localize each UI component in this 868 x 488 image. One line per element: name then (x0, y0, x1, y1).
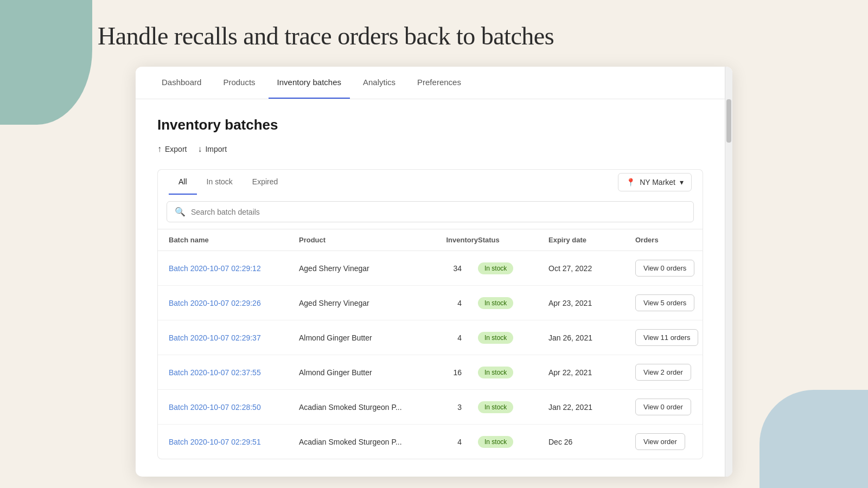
inventory-count: 4 (418, 438, 478, 446)
table-header-expiry-date: Expiry date (548, 236, 635, 244)
nav-tab-inventory-batches[interactable]: Inventory batches (269, 67, 350, 99)
nav-tabs: DashboardProductsInventory batchesAnalyt… (136, 67, 732, 99)
status-badge-cell: In stock (478, 262, 548, 274)
orders-cell: View order (635, 433, 692, 450)
orders-cell: View 11 orders (635, 329, 698, 346)
table-row: Batch 2020-10-07 02:29:37 Almond Ginger … (158, 320, 703, 355)
import-button[interactable]: ↓ Import (197, 142, 227, 156)
search-input[interactable] (191, 208, 686, 216)
batch-name-link[interactable]: Batch 2020-10-07 02:29:51 (169, 437, 299, 447)
product-name: Almond Ginger Butter (299, 368, 418, 377)
filter-bar: AllIn stockExpired 📍 NY Market ▾ (157, 169, 703, 195)
batch-name-link[interactable]: Batch 2020-10-07 02:29:37 (169, 333, 299, 343)
market-dropdown[interactable]: 📍 NY Market ▾ (618, 173, 692, 191)
expiry-date: Jan 26, 2021 (548, 333, 635, 342)
status-badge: In stock (478, 367, 513, 378)
orders-cell: View 0 order (635, 399, 692, 415)
filter-tab-in-stock[interactable]: In stock (197, 170, 242, 195)
status-badge-cell: In stock (478, 401, 548, 413)
batch-name-link[interactable]: Batch 2020-10-07 02:28:50 (169, 402, 299, 412)
product-name: Aged Sherry Vinegar (299, 264, 418, 273)
status-badge: In stock (478, 436, 513, 448)
batch-name-link[interactable]: Batch 2020-10-07 02:29:26 (169, 298, 299, 308)
app-window: DashboardProductsInventory batchesAnalyt… (136, 67, 732, 477)
inventory-count: 3 (418, 403, 478, 412)
table-header: Batch nameProductInventoryStatusExpiry d… (158, 229, 703, 251)
chevron-down-icon: ▾ (680, 178, 684, 187)
table-row: Batch 2020-10-07 02:29:26 Aged Sherry Vi… (158, 286, 703, 320)
product-name: Acadian Smoked Sturgeon P... (299, 438, 418, 446)
status-badge-cell: In stock (478, 332, 548, 344)
table-row: Batch 2020-10-07 02:29:12 Aged Sherry Vi… (158, 251, 703, 286)
expiry-date: Apr 23, 2021 (548, 299, 635, 307)
page-title: Inventory batches (157, 117, 703, 133)
expiry-date: Oct 27, 2022 (548, 264, 635, 273)
main-content: Inventory batches ↑ Export ↓ Import AllI… (136, 99, 732, 477)
status-badge-cell: In stock (478, 436, 548, 448)
view-orders-button[interactable]: View 0 order (635, 399, 691, 415)
view-orders-button[interactable]: View 5 orders (635, 294, 694, 311)
nav-tab-products[interactable]: Products (214, 67, 264, 99)
inventory-count: 4 (418, 299, 478, 307)
status-badge-cell: In stock (478, 367, 548, 378)
status-badge: In stock (478, 297, 513, 309)
status-badge: In stock (478, 401, 513, 413)
nav-tab-preferences[interactable]: Preferences (409, 67, 470, 99)
batch-name-link[interactable]: Batch 2020-10-07 02:37:55 (169, 368, 299, 377)
orders-cell: View 2 order (635, 364, 692, 381)
table-row: Batch 2020-10-07 02:29:51 Acadian Smoked… (158, 425, 703, 459)
table-row: Batch 2020-10-07 02:28:50 Acadian Smoked… (158, 390, 703, 425)
view-orders-button[interactable]: View 11 orders (635, 329, 698, 346)
expiry-date: Apr 22, 2021 (548, 368, 635, 377)
status-badge: In stock (478, 262, 513, 274)
filter-tab-all[interactable]: All (169, 170, 197, 195)
product-name: Acadian Smoked Sturgeon P... (299, 403, 418, 412)
search-input-wrap: 🔍 (167, 201, 694, 222)
table-header-orders: Orders (635, 236, 692, 244)
expiry-date: Jan 22, 2021 (548, 403, 635, 412)
search-icon: 🔍 (175, 207, 186, 217)
inventory-count: 4 (418, 333, 478, 342)
status-badge-cell: In stock (478, 297, 548, 309)
batch-table: Batch nameProductInventoryStatusExpiry d… (157, 229, 703, 459)
table-header-inventory: Inventory (418, 236, 478, 244)
view-orders-button[interactable]: View 0 orders (635, 260, 694, 277)
import-icon: ↓ (197, 144, 202, 154)
view-orders-button[interactable]: View order (635, 433, 685, 450)
orders-cell: View 0 orders (635, 260, 694, 277)
product-name: Almond Ginger Butter (299, 333, 418, 342)
table-header-product: Product (299, 236, 418, 244)
export-icon: ↑ (157, 144, 162, 154)
market-label: NY Market (640, 178, 675, 187)
orders-cell: View 5 orders (635, 294, 694, 311)
status-badge: In stock (478, 332, 513, 344)
table-body: Batch 2020-10-07 02:29:12 Aged Sherry Vi… (158, 251, 703, 459)
filter-tabs: AllIn stockExpired (169, 170, 288, 195)
filter-tab-expired[interactable]: Expired (242, 170, 288, 195)
inventory-count: 16 (418, 368, 478, 377)
table-header-batch-name: Batch name (169, 236, 299, 244)
batch-name-link[interactable]: Batch 2020-10-07 02:29:12 (169, 264, 299, 273)
action-bar: ↑ Export ↓ Import (157, 142, 703, 156)
nav-tab-analytics[interactable]: Analytics (354, 67, 404, 99)
search-container: 🔍 (157, 195, 703, 229)
hero-title: Handle recalls and trace orders back to … (98, 22, 770, 50)
table-header-status: Status (478, 236, 548, 244)
view-orders-button[interactable]: View 2 order (635, 364, 691, 381)
inventory-count: 34 (418, 264, 478, 273)
expiry-date: Dec 26 (548, 438, 635, 446)
nav-tab-dashboard[interactable]: Dashboard (153, 67, 210, 99)
export-button[interactable]: ↑ Export (157, 142, 187, 156)
location-icon: 📍 (626, 178, 635, 187)
table-row: Batch 2020-10-07 02:37:55 Almond Ginger … (158, 355, 703, 390)
product-name: Aged Sherry Vinegar (299, 299, 418, 307)
scrollbar[interactable] (725, 67, 732, 477)
scrollbar-thumb[interactable] (726, 99, 731, 143)
